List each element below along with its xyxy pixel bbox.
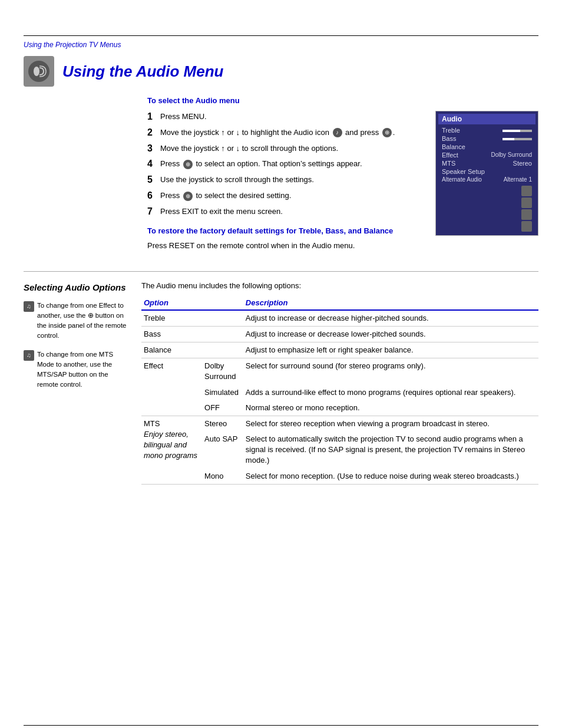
step-1: 1 Press MENU.: [147, 111, 424, 123]
step-3: 3 Move the joystick ↑ or ↓ to scroll thr…: [147, 143, 424, 155]
option-sub-stereo: Stereo: [202, 416, 243, 431]
left-sidebar: [24, 96, 141, 262]
selecting-content: The Audio menu includes the following op…: [141, 281, 538, 485]
menu-title: Audio: [438, 114, 535, 124]
selecting-title: Selecting Audio Options: [24, 281, 130, 294]
sidebar-note-effect: ♫ To change from one Effect to another, …: [24, 301, 130, 341]
option-sub-treble: [202, 310, 243, 327]
section-title: Using the Audio Menu: [62, 62, 223, 81]
options-table: Option Description Treble Adjust to incr…: [141, 296, 538, 485]
subheading-select: To select the Audio menu: [147, 96, 538, 105]
intro-text: The Audio menu includes the following op…: [141, 281, 538, 290]
table-row: Effect DolbySurround Select for surround…: [141, 358, 538, 385]
section-header: Using the Audio Menu: [24, 56, 538, 87]
selecting-sidebar: Selecting Audio Options ♫ To change from…: [24, 281, 141, 485]
step-2: 2 Move the joystick ↑ or ↓ to highlight …: [147, 127, 424, 139]
option-desc-off: Normal stereo or mono reception.: [243, 400, 538, 416]
audio-inline-icon: ♪: [333, 128, 342, 137]
svg-point-1: [34, 67, 39, 76]
sidebar-note-mts-text: To change from one MTS Mode to another, …: [37, 350, 130, 390]
option-sub-autosap: Auto SAP: [202, 431, 243, 469]
table-row: MTSEnjoy stereo,bilingual andmono progra…: [141, 416, 538, 431]
table-body: Treble Adjust to increase or decrease hi…: [141, 310, 538, 485]
step-5: 5 Use the joystick to scroll through the…: [147, 174, 424, 186]
top-rule: [24, 35, 538, 36]
col-option: Option: [141, 296, 202, 310]
menu-row: Bass: [438, 134, 535, 143]
right-content: To select the Audio menu Audio Treble Ba…: [141, 96, 538, 262]
step-6: 6 Press ⊕ to select the desired setting.: [147, 190, 424, 202]
table-header-row: Option Description: [141, 296, 538, 310]
option-desc-stereo: Select for stereo reception when viewing…: [243, 416, 538, 431]
option-sub-simulated: Simulated: [202, 385, 243, 400]
option-sub-balance: [202, 342, 243, 358]
bottom-section: 54: [24, 725, 538, 728]
option-name-balance: Balance: [141, 342, 202, 358]
enter-inline-icon3: ⊕: [183, 192, 193, 201]
selecting-section: Selecting Audio Options ♫ To change from…: [24, 281, 538, 485]
breadcrumb: Using the Projection TV Menus: [24, 41, 538, 49]
menu-row: Alternate Audio Alternate 1: [438, 176, 535, 183]
menu-row: Treble: [438, 126, 535, 134]
bottom-rule: [24, 725, 538, 726]
option-desc-bass: Adjust to increase or decrease lower-pit…: [243, 326, 538, 342]
main-content: To select the Audio menu Audio Treble Ba…: [24, 96, 538, 262]
step-4: 4 Press ⊕ to select an option. That opti…: [147, 158, 424, 170]
table-row: Balance Adjust to emphasize left or righ…: [141, 342, 538, 358]
option-name-treble: Treble: [141, 310, 202, 327]
restore-text: Press RESET on the remote control when i…: [147, 241, 538, 250]
option-sub-mono: Mono: [202, 469, 243, 485]
option-name-effect: Effect: [141, 358, 202, 416]
sidebar-note-effect-text: To change from one Effect to another, us…: [37, 301, 130, 341]
enter-inline-icon: ⊕: [382, 128, 392, 137]
option-sub-off: OFF: [202, 400, 243, 416]
option-desc-autosap: Select to automatically switch the proje…: [243, 431, 538, 469]
option-desc-dolby: Select for surround sound (for stereo pr…: [243, 358, 538, 385]
option-name-bass: Bass: [141, 326, 202, 342]
menu-row: Effect Dolby Surround: [438, 151, 535, 159]
effect-icon: ♫: [24, 301, 34, 312]
table-row: Treble Adjust to increase or decrease hi…: [141, 310, 538, 327]
audio-section-icon: [24, 56, 54, 87]
sidebar-note-mts: ♫ To change from one MTS Mode to another…: [24, 350, 130, 390]
mid-rule: [24, 271, 538, 272]
col-description: Description: [243, 296, 538, 310]
step-7: 7 Press EXIT to exit the menu screen.: [147, 206, 424, 218]
menu-row: MTS Stereo: [438, 159, 535, 167]
mts-icon: ♫: [24, 350, 34, 361]
option-desc-balance: Adjust to emphasize left or right speake…: [243, 342, 538, 358]
option-sub-dolby: DolbySurround: [202, 358, 243, 385]
option-name-mts: MTSEnjoy stereo,bilingual andmono progra…: [141, 416, 202, 484]
menu-row: Speaker Setup: [438, 167, 535, 176]
enter-inline-icon2: ⊕: [183, 160, 193, 169]
page-container: Using the Projection TV Menus Using the …: [0, 35, 562, 728]
option-desc-treble: Adjust to increase or decrease higher-pi…: [243, 310, 538, 327]
option-desc-simulated: Adds a surround-like effect to mono prog…: [243, 385, 538, 400]
table-row: Bass Adjust to increase or decrease lowe…: [141, 326, 538, 342]
col-sub: [202, 296, 243, 310]
option-sub-bass: [202, 326, 243, 342]
option-desc-mono: Select for mono reception. (Use to reduc…: [243, 469, 538, 485]
menu-screenshot: Audio Treble Bass Balance Effect Dolby S…: [435, 111, 538, 236]
menu-row: Balance: [438, 143, 535, 151]
